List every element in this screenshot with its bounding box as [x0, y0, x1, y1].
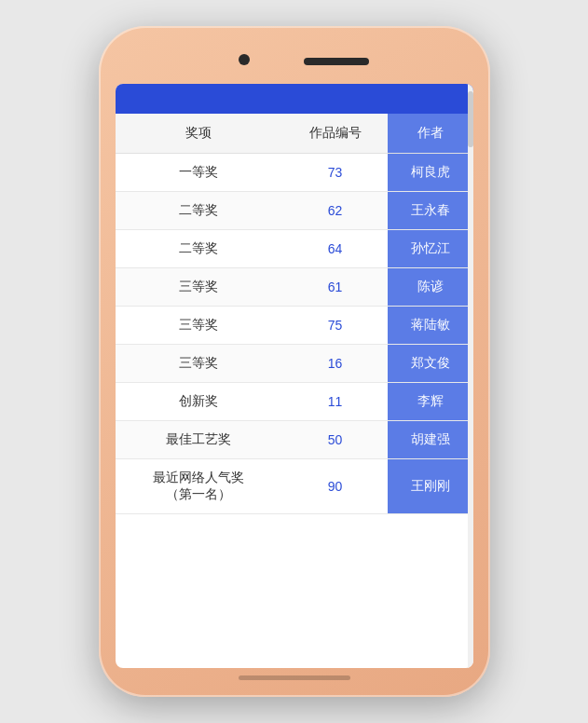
cell-author: 胡建强 — [388, 421, 472, 459]
cell-author: 郑文俊 — [388, 345, 472, 383]
cell-author: 陈谚 — [388, 268, 472, 307]
home-bar — [239, 675, 350, 680]
table-row: 创新奖11李辉 — [116, 383, 473, 421]
scrollbar-track[interactable] — [468, 84, 473, 668]
cell-number: 73 — [282, 154, 388, 192]
cell-prize: 三等奖 — [116, 268, 282, 307]
table-row: 二等奖62王永春 — [116, 192, 473, 230]
table-row: 最佳工艺奖50胡建强 — [116, 421, 473, 459]
cell-prize: 二等奖 — [116, 230, 282, 268]
cell-author: 李辉 — [388, 383, 472, 421]
table-row: 一等奖73柯良虎 — [116, 154, 473, 192]
header-number: 作品编号 — [282, 114, 388, 154]
cell-number: 90 — [282, 459, 388, 514]
awards-table: 奖项 作品编号 作者 一等奖73柯良虎二等奖62王永春二等奖64孙忆江三等奖61… — [116, 84, 473, 514]
phone-frame: 奖项 作品编号 作者 一等奖73柯良虎二等奖62王永春二等奖64孙忆江三等奖61… — [99, 26, 490, 697]
table-title — [116, 84, 473, 114]
table-row: 二等奖64孙忆江 — [116, 230, 473, 268]
cell-number: 16 — [282, 345, 388, 383]
phone-screen: 奖项 作品编号 作者 一等奖73柯良虎二等奖62王永春二等奖64孙忆江三等奖61… — [116, 84, 473, 668]
table-title-row — [116, 84, 473, 114]
cell-prize: 三等奖 — [116, 307, 282, 345]
table-row: 三等奖75蒋陆敏 — [116, 307, 473, 345]
cell-author: 孙忆江 — [388, 230, 472, 268]
cell-prize: 二等奖 — [116, 192, 282, 230]
cell-author: 王永春 — [388, 192, 472, 230]
column-header-row: 奖项 作品编号 作者 — [116, 114, 473, 154]
header-author: 作者 — [388, 114, 472, 154]
table-row: 三等奖61陈谚 — [116, 268, 473, 307]
cell-author: 柯良虎 — [388, 154, 472, 192]
cell-number: 64 — [282, 230, 388, 268]
cell-prize: 三等奖 — [116, 345, 282, 383]
cell-number: 50 — [282, 421, 388, 459]
cell-author: 蒋陆敏 — [388, 307, 472, 345]
scrollbar-thumb[interactable] — [468, 91, 473, 147]
cell-prize: 最近网络人气奖 （第一名） — [116, 459, 282, 514]
table-row: 三等奖16郑文俊 — [116, 345, 473, 383]
camera-icon — [239, 54, 250, 65]
phone-top-bar — [116, 43, 473, 80]
cell-number: 62 — [282, 192, 388, 230]
table-container[interactable]: 奖项 作品编号 作者 一等奖73柯良虎二等奖62王永春二等奖64孙忆江三等奖61… — [116, 84, 473, 668]
cell-number: 61 — [282, 268, 388, 307]
speaker-icon — [304, 58, 369, 65]
cell-prize: 一等奖 — [116, 154, 282, 192]
cell-prize: 最佳工艺奖 — [116, 421, 282, 459]
cell-author: 王刚刚 — [388, 459, 472, 514]
table-row: 最近网络人气奖 （第一名）90王刚刚 — [116, 459, 473, 514]
cell-prize: 创新奖 — [116, 383, 282, 421]
cell-number: 75 — [282, 307, 388, 345]
cell-number: 11 — [282, 383, 388, 421]
header-prize: 奖项 — [116, 114, 282, 154]
